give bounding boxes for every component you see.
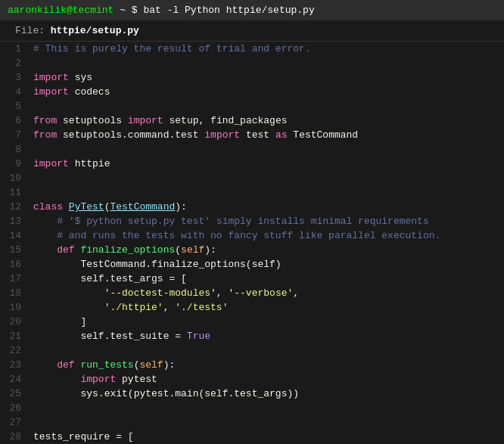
line-num: 24 xyxy=(0,372,30,387)
terminal-bar: aaronkilik@tecmint ~ $ bat -l Python htt… xyxy=(0,0,504,20)
line-num: 8 xyxy=(0,142,30,157)
code-line: 5 xyxy=(0,99,504,113)
line-content: # This is purely the result of trial and… xyxy=(30,42,311,56)
line-content xyxy=(30,185,39,200)
line-content xyxy=(30,415,39,430)
code-line: 18 '--doctest-modules', '--verbose', xyxy=(0,286,504,300)
line-content: # and runs the tests with no fancy stuff… xyxy=(30,228,440,243)
line-content xyxy=(30,99,39,113)
terminal-prompt: aaronkilik@tecmint xyxy=(8,5,114,16)
line-content: def finalize_options(self): xyxy=(30,243,216,257)
code-line: 21 self.test_suite = True xyxy=(0,329,504,343)
line-num: 6 xyxy=(0,113,30,128)
line-num: 5 xyxy=(0,99,30,113)
line-content xyxy=(30,401,39,415)
line-num: 28 xyxy=(0,430,30,444)
code-line: 23 def run_tests(self): xyxy=(0,358,504,372)
code-line: 27 xyxy=(0,415,504,430)
line-content: from setuptools.command.test import test… xyxy=(30,128,358,142)
file-label: File: xyxy=(15,25,51,36)
code-line: 24 import pytest xyxy=(0,372,504,387)
code-line: 19 './httpie', './tests' xyxy=(0,300,504,315)
line-content: ] xyxy=(30,315,86,329)
code-line: 4 import codecs xyxy=(0,85,504,99)
code-line: 13 # '$ python setup.py test' simply ins… xyxy=(0,214,504,228)
line-content: TestCommand.finalize_options(self) xyxy=(30,257,282,272)
line-content xyxy=(30,343,39,358)
code-line: 6 from setuptools import setup, find_pac… xyxy=(0,113,504,128)
code-area: 1 # This is purely the result of trial a… xyxy=(0,42,504,444)
line-num: 21 xyxy=(0,329,30,343)
line-num: 10 xyxy=(0,171,30,185)
line-content: import codecs xyxy=(30,85,110,99)
line-content: '--doctest-modules', '--verbose', xyxy=(30,286,299,300)
code-line: 15 def finalize_options(self): xyxy=(0,243,504,257)
line-content xyxy=(30,142,39,157)
line-num: 18 xyxy=(0,286,30,300)
file-name: httpie/setup.py xyxy=(51,25,139,36)
terminal-separator: ~ $ xyxy=(114,5,143,16)
line-num: 14 xyxy=(0,228,30,243)
line-num: 4 xyxy=(0,85,30,99)
terminal-command: bat -l Python httpie/setup.py xyxy=(143,5,314,16)
code-line: 25 sys.exit(pytest.main(self.test_args)) xyxy=(0,387,504,401)
code-line: 1 # This is purely the result of trial a… xyxy=(0,42,504,56)
code-line: 28 tests_require = [ xyxy=(0,430,504,444)
line-content: import httpie xyxy=(30,157,110,171)
line-num: 17 xyxy=(0,272,30,286)
line-num: 16 xyxy=(0,257,30,272)
code-line: 17 self.test_args = [ xyxy=(0,272,504,286)
line-num: 2 xyxy=(0,56,30,70)
line-num: 26 xyxy=(0,401,30,415)
file-header: File: httpie/setup.py xyxy=(0,20,504,42)
code-line: 20 ] xyxy=(0,315,504,329)
line-content: sys.exit(pytest.main(self.test_args)) xyxy=(30,387,299,401)
code-line: 14 # and runs the tests with no fancy st… xyxy=(0,228,504,243)
line-num: 15 xyxy=(0,243,30,257)
line-num: 12 xyxy=(0,200,30,214)
line-num: 7 xyxy=(0,128,30,142)
line-content xyxy=(30,171,39,185)
line-num: 3 xyxy=(0,70,30,85)
code-line: 26 xyxy=(0,401,504,415)
code-line: 12 class PyTest(TestCommand): xyxy=(0,200,504,214)
line-content: self.test_args = [ xyxy=(30,272,187,286)
line-num: 13 xyxy=(0,214,30,228)
code-line: 16 TestCommand.finalize_options(self) xyxy=(0,257,504,272)
line-content: import sys xyxy=(30,70,92,85)
line-content: # '$ python setup.py test' simply instal… xyxy=(30,214,429,228)
line-num: 20 xyxy=(0,315,30,329)
line-num: 11 xyxy=(0,185,30,200)
line-content: class PyTest(TestCommand): xyxy=(30,200,187,214)
code-line: 22 xyxy=(0,343,504,358)
line-content: './httpie', './tests' xyxy=(30,300,228,315)
line-content xyxy=(30,56,39,70)
code-line: 8 xyxy=(0,142,504,157)
line-num: 19 xyxy=(0,300,30,315)
line-content: self.test_suite = True xyxy=(30,329,210,343)
line-num: 25 xyxy=(0,387,30,401)
line-content: def run_tests(self): xyxy=(30,358,175,372)
code-line: 9 import httpie xyxy=(0,157,504,171)
line-content: tests_require = [ xyxy=(30,430,134,444)
code-line: 3 import sys xyxy=(0,70,504,85)
line-content: import pytest xyxy=(30,372,157,387)
code-line: 2 xyxy=(0,56,504,70)
code-line: 10 xyxy=(0,171,504,185)
line-num: 27 xyxy=(0,415,30,430)
code-line: 11 xyxy=(0,185,504,200)
code-line: 7 from setuptools.command.test import te… xyxy=(0,128,504,142)
line-num: 23 xyxy=(0,358,30,372)
line-num: 9 xyxy=(0,157,30,171)
line-content: from setuptools import setup, find_packa… xyxy=(30,113,288,128)
line-num: 22 xyxy=(0,343,30,358)
line-num: 1 xyxy=(0,42,30,56)
